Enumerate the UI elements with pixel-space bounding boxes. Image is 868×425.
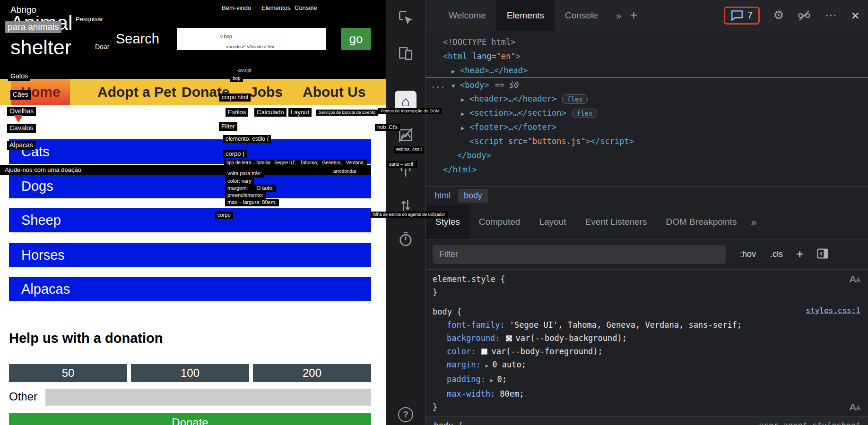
toggle-class-editor[interactable]: .cls [770,249,783,259]
tab-styles[interactable]: Styles [426,205,469,239]
element-style-section: element.style { } AA [426,270,868,302]
amount-button-100[interactable]: 100 [131,364,249,382]
tree-node-html-open[interactable]: <html lang="en"> [426,49,868,63]
page-header: Animal shelter Search go [0,0,386,79]
tab-dom-breakpoints[interactable]: DOM Breakpoints [656,205,746,239]
translation-overlay: <header>" </header> flex [226,44,274,50]
donate-button[interactable]: Donate [9,413,371,425]
other-amount-label: Other [9,390,37,403]
amount-button-50[interactable]: 50 [9,364,127,382]
timer-icon[interactable] [398,231,414,249]
font-editor-icon[interactable]: AA [850,401,860,413]
nav-item-about[interactable]: About Us [303,79,365,105]
styles-filter-input[interactable] [433,245,726,264]
translation-overlay: Console [292,4,320,12]
translation-overlay: Bem-vindo [219,4,253,12]
body-rule-section: styles.css:1 body { font-family:'Segoe U… [426,302,868,417]
other-amount-input[interactable] [45,389,371,406]
toggle-hover-state[interactable]: :hov [740,249,756,259]
collapse-arrow-icon[interactable]: ▼ [451,79,460,93]
translation-overlay: Elementos [259,4,293,12]
tab-elements[interactable]: Elements [496,0,555,31]
close-devtools-icon[interactable]: × [851,8,859,24]
settings-gear-icon[interactable]: ⚙ [773,8,784,23]
css-property-max-width[interactable]: max-width:80em; [433,387,861,400]
color-swatch-white[interactable] [481,348,487,355]
flex-badge[interactable]: flex [572,109,598,118]
translation-overlay: Gatos [8,72,30,81]
tree-node-body-selected[interactable]: ...▼<body>== $0 [426,77,868,92]
translation-overlay: Cães [10,90,31,100]
translation-overlay: corpo { [223,150,247,158]
tree-node-html-close[interactable]: </html> [426,162,868,177]
category-dogs[interactable]: Dogs [9,174,371,198]
translation-overlay: Filter [219,122,237,131]
translation-overlay: Estilos [226,108,248,117]
css-property-background[interactable]: background:var(--body-background); [433,332,861,345]
nav-item-jobs[interactable]: Jobs [250,79,283,105]
breadcrumb-body[interactable]: body [458,189,488,203]
help-icon[interactable]: ? [398,407,413,422]
category-sheep[interactable]: Sheep [9,208,371,232]
translation-overlay: Ovelhas [7,107,36,116]
tree-node-head[interactable]: ▶<head>…</head> [426,63,868,77]
expand-arrow-icon[interactable]: ▶ [486,363,489,369]
css-property-font-family[interactable]: font-family:'Segoe UI', Tahoma, Geneva, … [433,318,861,332]
more-panels-icon[interactable]: » [751,216,756,228]
css-property-margin[interactable]: margin:▶0 auto; [433,358,861,373]
expand-arrow-icon[interactable]: ▶ [461,121,469,135]
nav-item-adopt[interactable]: Adopt a Pet [97,79,176,105]
tree-node-body-close[interactable]: </body> [426,148,868,162]
more-options-icon[interactable]: ⋯ [825,8,838,23]
translation-overlay: bop [230,75,243,82]
issues-count: 7 [747,10,753,21]
new-tab-icon[interactable]: + [630,8,637,23]
tree-node-section[interactable]: ▶<section>…</section>flex [426,106,868,120]
issues-counter[interactable]: 7 [724,7,760,25]
category-horses[interactable]: Horses [9,243,371,267]
tree-node-footer[interactable]: ▶<footer>…</footer> [426,120,868,134]
tab-computed[interactable]: Computed [469,205,530,239]
ua-rule-origin: user agent stylesheet [759,421,860,425]
dock-sidebar-icon[interactable] [816,247,829,262]
device-toolbar-icon[interactable] [398,45,414,63]
tab-welcome[interactable]: Welcome [438,0,496,31]
new-style-rule-icon[interactable]: + [796,247,804,262]
more-tabs-icon[interactable]: » [616,10,622,21]
breadcrumb-html[interactable]: html [434,191,451,201]
main-nav: Home Adopt a Pet Donate Jobs About Us [0,79,386,105]
translation-overlay: sans – serif: [387,161,417,168]
tab-layout[interactable]: Layout [529,205,575,239]
styles-pane: element.style { } AA styles.css:1 body {… [426,270,868,425]
tab-console[interactable]: Console [555,0,608,31]
translation-overlay: max – largura: 80em; [225,199,279,206]
css-property-padding[interactable]: padding:▶0; [433,373,861,387]
flex-badge[interactable]: flex [562,94,588,104]
tree-node-header[interactable]: ▶<header>…</header>flex [426,92,868,106]
amount-button-200[interactable]: 200 [253,364,371,382]
color-swatch-transparent[interactable] [506,335,512,341]
tree-node-doctype[interactable]: <!DOCTYPE html> [426,35,868,49]
translation-overlay: Ajude-nos com uma doação [5,166,81,173]
expand-arrow-icon[interactable]: ▶ [461,93,469,107]
translation-overlay: v bop [220,34,232,40]
site-title-line2: shelter [10,36,71,59]
font-editor-icon[interactable]: AA [850,273,860,285]
tree-node-script[interactable]: <script src="buttons.js"></script> [426,134,868,148]
expand-arrow-icon[interactable]: ▶ [461,107,469,121]
inspect-icon[interactable] [398,9,414,27]
element-style-selector[interactable]: element.style { [433,272,861,286]
expand-arrow-icon[interactable]: ▶ [490,377,494,383]
translation-overlay: preenchimento: [225,192,266,199]
expand-arrow-icon[interactable]: ▶ [451,64,460,78]
stylesheet-link[interactable]: styles.css:1 [806,306,860,315]
search-go-button[interactable]: go [341,28,371,50]
gutter-dots[interactable]: ... [431,78,445,92]
image-disabled-icon[interactable] [398,127,414,145]
css-property-color[interactable]: color:var(--body-foreground); [433,345,861,358]
rule-selector[interactable]: body { [433,305,861,318]
device-connection-disabled-icon[interactable] [797,8,811,23]
translation-overlay: hob .Ct's [375,124,400,131]
category-alpacas[interactable]: Alpacas [9,277,371,301]
tab-event-listeners[interactable]: Event Listeners [575,205,656,239]
